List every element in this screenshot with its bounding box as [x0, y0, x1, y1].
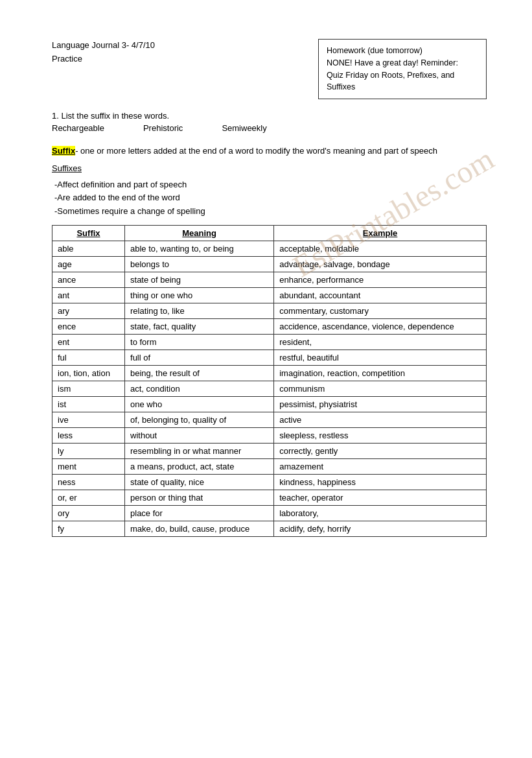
suffixes-header-container: Suffixes [52, 162, 487, 176]
table-cell-meaning: belongs to [125, 256, 274, 272]
homework-line3: Suffixes [327, 81, 478, 93]
table-cell-example: restful, beautiful [274, 349, 487, 365]
table-cell-example: sleepless, restless [274, 427, 487, 443]
table-row: lesswithoutsleepless, restless [52, 427, 487, 443]
table-cell-example: imagination, reaction, competition [274, 365, 487, 381]
table-cell-meaning: state, fact, quality [125, 318, 274, 334]
table-cell-suffix: ion, tion, ation [52, 365, 125, 381]
homework-line2: Quiz Friday on Roots, Prefixes, and [327, 69, 478, 82]
table-row: menta means, product, act, stateamazemen… [52, 458, 487, 474]
table-cell-meaning: act, condition [125, 381, 274, 396]
table-cell-suffix: ism [52, 381, 125, 396]
table-row: lyresembling in or what mannercorrectly,… [52, 443, 487, 458]
table-cell-meaning: state of being [125, 272, 274, 287]
section1-instruction: 1. List the suffix in these words. [52, 111, 487, 121]
journal-info: Language Journal 3- 4/7/10 Practice [52, 39, 155, 66]
table-cell-suffix: or, er [52, 490, 125, 505]
table-cell-suffix: fy [52, 521, 125, 536]
table-cell-suffix: ance [52, 272, 125, 287]
suffix-def-text: - one or more letters added at the end o… [75, 146, 437, 156]
suffix-bullet-2: -Are added to the end of the word [54, 191, 487, 205]
table-row: ancestate of beingenhance, performance [52, 272, 487, 287]
table-cell-suffix: ist [52, 396, 125, 412]
table-cell-meaning: place for [125, 505, 274, 521]
homework-box: Homework (due tomorrow) NONE! Have a gre… [318, 39, 487, 99]
table-row: or, erperson or thing thatteacher, opera… [52, 490, 487, 505]
table-cell-meaning: one who [125, 396, 274, 412]
table-cell-meaning: of, belonging to, quality of [125, 412, 274, 427]
table-cell-suffix: ive [52, 412, 125, 427]
table-row: antthing or one whoabundant, accountant [52, 287, 487, 303]
table-row: encestate, fact, qualityaccidence, ascen… [52, 318, 487, 334]
table-row: aryrelating to, likecommentary, customar… [52, 303, 487, 318]
table-cell-example: resident, [274, 334, 487, 349]
homework-line1: NONE! Have a great day! Reminder: [327, 57, 478, 69]
section-1: 1. List the suffix in these words. Recha… [52, 111, 487, 133]
table-cell-example: pessimist, physiatrist [274, 396, 487, 412]
journal-line1: Language Journal 3- 4/7/10 [52, 39, 155, 53]
suffix-term: Suffix [52, 146, 75, 156]
table-row: ismact, conditioncommunism [52, 381, 487, 396]
table-row: iveof, belonging to, quality ofactive [52, 412, 487, 427]
table-cell-example: advantage, salvage, bondage [274, 256, 487, 272]
table-cell-example: commentary, customary [274, 303, 487, 318]
table-cell-suffix: less [52, 427, 125, 443]
table-cell-meaning: being, the result of [125, 365, 274, 381]
table-cell-example: acidify, defy, horrify [274, 521, 487, 536]
suffixes-header: Suffixes [52, 163, 82, 173]
table-cell-meaning: able to, wanting to, or being [125, 241, 274, 256]
table-row: entto formresident, [52, 334, 487, 349]
table-header-row: Suffix Meaning Example [52, 225, 487, 241]
header-row: Language Journal 3- 4/7/10 Practice Home… [52, 39, 487, 99]
table-cell-meaning: state of quality, nice [125, 474, 274, 490]
table-cell-suffix: ant [52, 287, 125, 303]
table-row: oryplace forlaboratory, [52, 505, 487, 521]
table-cell-example: teacher, operator [274, 490, 487, 505]
table-row: agebelongs toadvantage, salvage, bondage [52, 256, 487, 272]
suffix-bullet-3: -Sometimes require a change of spelling [54, 205, 487, 219]
col-header-meaning: Meaning [125, 225, 274, 241]
table-row: nessstate of quality, nicekindness, happ… [52, 474, 487, 490]
table-cell-meaning: a means, product, act, state [125, 458, 274, 474]
table-cell-example: active [274, 412, 487, 427]
journal-line2: Practice [52, 53, 155, 66]
table-cell-suffix: age [52, 256, 125, 272]
table-row: fulfull ofrestful, beautiful [52, 349, 487, 365]
word-1: Rechargeable [52, 123, 104, 133]
table-cell-suffix: ment [52, 458, 125, 474]
table-cell-suffix: able [52, 241, 125, 256]
table-cell-meaning: without [125, 427, 274, 443]
table-row: ion, tion, ationbeing, the result ofimag… [52, 365, 487, 381]
table-cell-meaning: to form [125, 334, 274, 349]
suffix-bullet-1: -Affect definition and part of speech [54, 178, 487, 192]
table-cell-example: amazement [274, 458, 487, 474]
table-cell-meaning: relating to, like [125, 303, 274, 318]
table-cell-suffix: ent [52, 334, 125, 349]
suffix-definition: Suffix- one or more letters added at the… [52, 145, 487, 158]
table-cell-suffix: ness [52, 474, 125, 490]
table-cell-suffix: ence [52, 318, 125, 334]
table-cell-suffix: ory [52, 505, 125, 521]
table-row: istone whopessimist, physiatrist [52, 396, 487, 412]
homework-title: Homework (due tomorrow) [327, 45, 478, 57]
table-cell-example: kindness, happiness [274, 474, 487, 490]
word-2: Prehistoric [143, 123, 183, 133]
table-row: fymake, do, build, cause, produceacidify… [52, 521, 487, 536]
col-header-example: Example [274, 225, 487, 241]
table-cell-example: communism [274, 381, 487, 396]
col-header-suffix: Suffix [52, 225, 125, 241]
table-cell-example: laboratory, [274, 505, 487, 521]
table-cell-meaning: thing or one who [125, 287, 274, 303]
table-cell-example: correctly, gently [274, 443, 487, 458]
table-cell-meaning: resembling in or what manner [125, 443, 274, 458]
words-row: Rechargeable Prehistoric Semiweekly [52, 123, 487, 133]
table-cell-meaning: make, do, build, cause, produce [125, 521, 274, 536]
table-cell-suffix: ly [52, 443, 125, 458]
table-cell-example: acceptable, moldable [274, 241, 487, 256]
page: Language Journal 3- 4/7/10 Practice Home… [0, 0, 532, 758]
table-row: ableable to, wanting to, or beingaccepta… [52, 241, 487, 256]
table-cell-example: enhance, performance [274, 272, 487, 287]
table-cell-meaning: person or thing that [125, 490, 274, 505]
table-cell-suffix: ful [52, 349, 125, 365]
table-cell-example: accidence, ascendance, violence, depende… [274, 318, 487, 334]
